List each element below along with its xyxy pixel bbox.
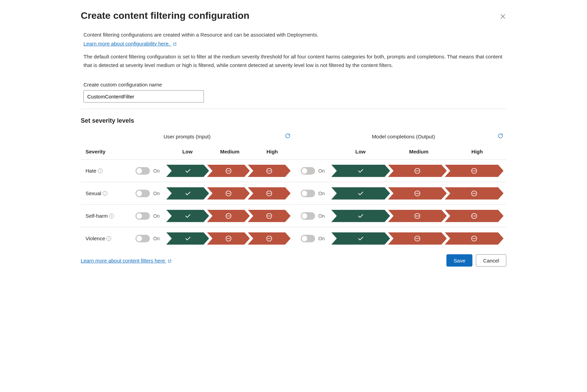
close-icon [500,14,506,19]
category-name-text: Self-harm [86,213,108,219]
category-row-violence-output: On [294,227,507,249]
severity-segment-output-sexual-high[interactable] [445,187,504,200]
severity-segment-output-hate-low[interactable] [331,165,390,177]
severity-segment-input-sexual-medium[interactable] [207,187,250,200]
checkmark-icon [184,190,191,197]
severity-segment-input-violence-low[interactable] [166,232,209,245]
severity-segment-input-sexual-high[interactable] [248,187,290,200]
severity-segment-output-sexual-medium[interactable] [388,187,447,200]
learn-content-filters-link[interactable]: Learn more about content filters here [81,258,172,263]
severity-segment-input-hate-high[interactable] [248,165,290,177]
toggle-knob [302,191,307,196]
severity-segment-input-self-harm-high[interactable] [248,210,290,222]
reset-output-button[interactable] [497,133,504,140]
intro-line-1: Content filtering configurations are cre… [83,31,504,39]
toggle-knob [136,168,142,174]
severity-segment-output-violence-high[interactable] [445,232,504,245]
block-icon [266,213,273,219]
category-row-hate-output: On [294,159,507,182]
toggle-knob [302,213,307,219]
intro-line-2: The default content filtering configurat… [83,53,504,70]
category-row-violence-input: ViolenceiOn [81,227,294,249]
toggle-knob [302,236,307,241]
toggle-input-hate[interactable] [135,167,150,175]
learn-configurability-link-text: Learn more about configurability here. [83,41,170,46]
block-icon [225,167,232,174]
severity-level-low-header: Low [331,149,390,154]
input-column-title: User prompts (Input) [164,134,211,139]
category-row-sexual-input: SexualiOn [81,182,294,204]
external-link-icon [168,259,172,263]
block-icon [471,190,478,197]
page-title: Create content filtering configuration [81,10,506,21]
toggle-state-label: On [318,168,325,174]
toggle-state-label: On [318,213,325,219]
severity-segment-input-hate-low[interactable] [166,165,209,177]
toggle-output-hate[interactable] [301,167,315,175]
block-icon [471,235,478,242]
severity-segment-output-hate-high[interactable] [445,165,504,177]
toggle-knob [136,213,142,219]
block-icon [471,213,478,219]
toggle-output-sexual[interactable] [301,190,315,197]
info-icon[interactable]: i [109,214,114,218]
info-icon[interactable]: i [98,168,103,173]
block-icon [225,213,232,219]
severity-segment-output-violence-medium[interactable] [388,232,447,245]
learn-content-filters-link-text: Learn more about content filters here [81,258,165,263]
reset-input-button[interactable] [285,133,291,140]
toggle-state-label: On [153,236,160,241]
severity-segment-output-violence-low[interactable] [331,232,390,245]
severity-segment-input-self-harm-low[interactable] [166,210,209,222]
close-button[interactable] [499,13,506,20]
severity-segment-input-hate-medium[interactable] [207,165,250,177]
severity-segment-input-violence-high[interactable] [248,232,290,245]
category-label-self-harm: Self-harmi [81,213,135,219]
toggle-input-self-harm[interactable] [135,212,150,220]
info-icon[interactable]: i [103,191,107,196]
block-icon [225,190,232,197]
block-icon [414,235,421,242]
info-icon[interactable]: i [106,236,111,241]
severity-segment-input-violence-medium[interactable] [207,232,250,245]
save-button-label: Save [454,258,465,263]
category-name-text: Violence [86,235,105,241]
section-divider [81,109,506,109]
category-label-violence: Violencei [81,235,135,241]
severity-segment-input-sexual-low[interactable] [166,187,209,200]
block-icon [414,167,421,174]
reset-icon [285,133,291,139]
severity-segment-output-sexual-low[interactable] [331,187,390,200]
toggle-input-violence[interactable] [135,235,150,242]
checkmark-icon [357,213,364,219]
toggle-input-sexual[interactable] [135,190,150,197]
cancel-button[interactable]: Cancel [476,254,506,267]
toggle-knob [136,236,142,241]
toggle-state-label: On [153,168,160,174]
toggle-state-label: On [318,191,325,196]
severity-segment-output-hate-medium[interactable] [388,165,447,177]
severity-segment-input-self-harm-medium[interactable] [207,210,250,222]
category-row-self-harm-output: On [294,204,507,227]
severity-level-medium-header: Medium [390,149,448,154]
learn-configurability-link[interactable]: Learn more about configurability here. [83,41,177,46]
category-row-hate-input: HateiOn [81,159,294,182]
category-label-hate: Hatei [81,168,135,174]
checkmark-icon [357,190,364,197]
toggle-output-self-harm[interactable] [301,212,315,220]
block-icon [266,235,273,242]
block-icon [266,167,273,174]
block-icon [225,235,232,242]
category-name-text: Sexual [86,190,101,196]
block-icon [414,190,421,197]
checkmark-icon [184,235,191,242]
save-button[interactable]: Save [446,254,472,267]
severity-segment-output-self-harm-medium[interactable] [388,210,447,222]
severity-segment-output-self-harm-low[interactable] [331,210,390,222]
checkmark-icon [184,213,191,219]
severity-segment-output-self-harm-high[interactable] [445,210,504,222]
config-name-label: Create custom configuration name [83,82,506,87]
config-name-input[interactable] [83,90,204,103]
cancel-button-label: Cancel [483,258,499,263]
toggle-output-violence[interactable] [301,235,315,242]
